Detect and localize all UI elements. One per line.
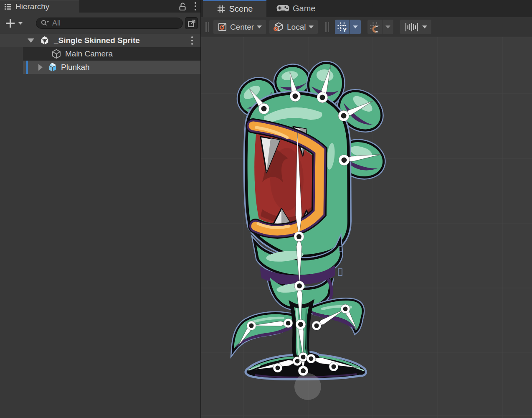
handle-orientation-label: Local [287,23,306,32]
scene-tabbar: Scene Game [201,0,532,17]
game-tab-icon [276,4,289,13]
dropdown-caret-icon [353,25,358,28]
bone-joint-center [341,113,347,119]
grid-snapping-toggle[interactable] [367,20,382,34]
snap-increment-dropdown[interactable] [400,20,431,34]
grid-toggle-icon: Y [337,22,348,33]
popout-icon [187,19,196,28]
hierarchy-item-label: Plunkah [61,63,90,72]
dropdown-caret-icon [422,25,427,28]
pivot-icon [218,22,227,32]
pivot-mode-label: Center [230,23,254,32]
scene-tab-label: Scene [229,4,253,14]
kebab-icon[interactable] [191,36,193,45]
hierarchy-panel-icon [4,3,12,11]
pivot-handle-disc[interactable] [294,373,321,400]
scene-panel: Scene Game Ce [201,0,532,418]
bone-joint-center [314,324,319,328]
prefab-icon [47,62,58,73]
bone-joint-center [296,234,301,239]
grid-snapping-dropdown[interactable] [383,20,393,34]
bone-joint-center [320,95,325,100]
bone-joint-center [342,158,347,163]
dropdown-caret-icon [257,25,262,28]
hierarchy-tab-label: Hierarchy [15,2,49,11]
bone-joint-center [332,364,336,369]
bone-joint-center [343,307,348,311]
unlock-icon[interactable] [178,2,187,11]
kebab-icon[interactable] [195,2,197,11]
hierarchy-list: _Single Skinned Sprite Main Camera [0,34,200,418]
dropdown-caret-icon [309,25,314,28]
grid-visibility-toggle[interactable]: Y [335,20,350,34]
search-icon[interactable] [41,19,49,27]
selection-indicator-bar [26,61,28,74]
dropdown-caret-icon [385,25,390,28]
scene-viewport[interactable] [201,37,532,418]
hierarchy-row-main-camera[interactable]: Main Camera [0,47,200,61]
toolbar-drag-handle[interactable] [325,22,329,32]
scene-asset-icon [39,35,50,46]
plunkah-sprite[interactable] [233,62,388,379]
bone-joint-center [276,366,280,370]
hierarchy-row-scene-root[interactable]: _Single Skinned Sprite [0,34,200,47]
bone-joint-center [286,321,291,326]
search-input[interactable]: All [36,18,183,29]
tab-hierarchy[interactable]: Hierarchy [0,0,79,13]
bone-joint-center [261,106,267,112]
foldout-open-icon[interactable] [28,38,34,43]
camera-icon [51,48,62,59]
hierarchy-panel: Hierarchy [0,0,200,418]
add-icon [5,18,15,28]
bone-joint-center [297,283,302,288]
bone-joint-center [301,355,306,359]
selection-outline-fragment [338,269,342,275]
bone-joint-center [295,359,300,364]
plunkah-mouth [253,126,320,231]
game-tab-label: Game [293,4,315,13]
snap-increment-icon [404,22,419,33]
popout-button[interactable] [185,17,198,29]
scene-toolbar: Center Local [201,17,532,37]
hierarchy-item-label: Main Camera [65,49,113,59]
bone-joint-center [301,368,306,373]
toolbar-drag-handle[interactable] [205,22,209,32]
pivot-mode-dropdown[interactable]: Center [213,20,266,34]
bone-joint-center [309,357,314,361]
dropdown-caret-icon[interactable] [18,22,23,25]
tab-game[interactable]: Game [272,0,319,17]
add-gameobject-button[interactable] [5,18,23,28]
space-icon [274,22,284,32]
foldout-closed-icon[interactable] [38,64,43,71]
unity-editor-window: Hierarchy [0,0,532,418]
tab-scene[interactable]: Scene [203,0,266,17]
hierarchy-toolbar: All [0,13,200,34]
snap-toggle-icon [370,22,380,33]
grid-visibility-dropdown[interactable] [350,20,361,34]
svg-text:Y: Y [343,27,347,33]
scene-tab-icon [217,5,225,13]
bone-joint-center [298,322,303,327]
handle-orientation-dropdown[interactable]: Local [269,20,318,34]
search-placeholder: All [52,19,61,28]
bone-joint-center [293,94,298,99]
hierarchy-row-plunkah[interactable]: Plunkah [0,61,200,74]
hierarchy-tabbar: Hierarchy [0,0,200,13]
hierarchy-item-label: _Single Skinned Sprite [54,36,140,45]
bone-joint-center [249,324,254,328]
